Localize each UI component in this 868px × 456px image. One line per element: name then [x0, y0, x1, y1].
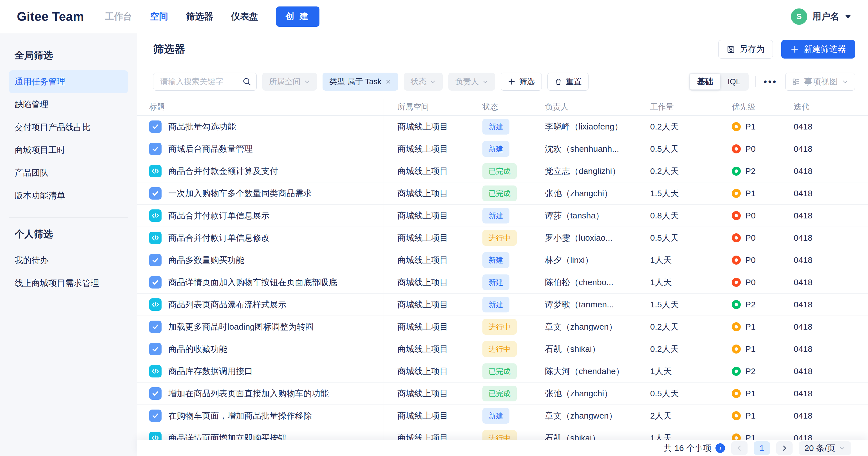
priority-ring-icon: [732, 122, 741, 131]
iteration-cell: 0418: [794, 294, 868, 315]
issue-type-icon: [149, 276, 161, 288]
status-cell: 已完成: [483, 360, 545, 382]
issue-title[interactable]: 商品的收藏功能: [168, 343, 227, 355]
view-switcher-button[interactable]: 事项视图: [785, 72, 855, 91]
mode-iql-tab[interactable]: IQL: [720, 74, 748, 90]
priority-label: P0: [745, 277, 756, 287]
table-row[interactable]: 商品批量勾选功能 商城线上项目 新建 李晓峰（lixiaofeng） 0.2人天…: [137, 116, 868, 138]
status-badge: 已完成: [483, 386, 517, 401]
sidebar-item[interactable]: 交付项目产品线占比: [9, 116, 128, 139]
reset-button[interactable]: 重置: [548, 72, 589, 91]
create-button[interactable]: 创 建: [276, 6, 319, 27]
filter-chip-status[interactable]: 状态: [404, 72, 443, 91]
iteration-cell: 0418: [794, 116, 868, 138]
issue-title[interactable]: 商品库存数据调用接口: [168, 366, 253, 377]
priority-ring-icon: [732, 255, 741, 265]
sidebar-item[interactable]: 商城项目工时: [9, 139, 128, 161]
priority-ring-icon: [732, 278, 741, 287]
app-logo[interactable]: Gitee Team: [17, 9, 84, 24]
avatar[interactable]: S: [791, 8, 807, 25]
board-view-icon: [792, 78, 800, 86]
issue-title[interactable]: 商品批量勾选功能: [168, 121, 236, 132]
status-cell: 进行中: [483, 316, 545, 338]
table-row[interactable]: 商品库存数据调用接口 商城线上项目 已完成 陈大河（chendahe） 1人天 …: [137, 360, 868, 383]
workload-cell: 0.2人天: [650, 116, 732, 138]
sidebar-item[interactable]: 线上商城项目需求管理: [9, 272, 128, 295]
table-row[interactable]: 商城后台商品数量管理 商城线上项目 新建 沈欢（shenhuanh... 0.5…: [137, 138, 868, 160]
search-icon[interactable]: [242, 77, 252, 86]
next-page-button[interactable]: [776, 442, 793, 455]
issue-title[interactable]: 增加在商品列表页面直接加入购物车的功能: [168, 388, 329, 399]
issue-type-icon: [149, 298, 161, 311]
priority-cell: P1: [732, 338, 794, 360]
check-icon: [151, 323, 160, 331]
issue-title[interactable]: 商品详情页面加入购物车按钮在页面底部吸底: [168, 277, 337, 288]
table-row[interactable]: 在购物车页面，增加商品批量操作移除 商城线上项目 新建 章文（zhangwen）…: [137, 405, 868, 427]
page-number[interactable]: 1: [754, 442, 770, 455]
add-filter-button[interactable]: 筛选: [501, 72, 542, 91]
chevron-down-icon: [839, 445, 845, 452]
nav-link[interactable]: 工作台: [105, 10, 132, 23]
table-row[interactable]: 商品多数量购买功能 商城线上项目 新建 林夕（linxi） 1人天 P0 041…: [137, 249, 868, 271]
info-icon[interactable]: i: [715, 443, 725, 453]
title-cell: 商品列表页商品瀑布流样式展示: [137, 294, 384, 315]
save-icon: [726, 45, 736, 54]
nav-link[interactable]: 空间: [150, 10, 168, 23]
status-badge: 已完成: [483, 363, 517, 379]
sidebar-item[interactable]: 我的待办: [9, 249, 128, 272]
save-as-button[interactable]: 另存为: [718, 40, 773, 59]
priority-cell: P2: [732, 294, 794, 315]
table-row[interactable]: 一次加入购物车多个数量同类商品需求 商城线上项目 已完成 张弛（zhangchi…: [137, 182, 868, 205]
table-row[interactable]: 加载更多商品时loading图标调整为转圈 商城线上项目 进行中 章文（zhan…: [137, 316, 868, 338]
issue-title[interactable]: 商品合并付款订单信息修改: [168, 232, 270, 244]
search-input[interactable]: [153, 72, 257, 91]
table-row[interactable]: 商品合并付款订单信息修改 商城线上项目 进行中 罗小雯（luoxiao... 0…: [137, 227, 868, 249]
chevron-down-icon: [845, 14, 851, 19]
page-size-select[interactable]: 20 条/页: [799, 442, 851, 455]
user-menu[interactable]: S 用户名: [791, 8, 851, 25]
issue-title[interactable]: 在购物车页面，增加商品批量操作移除: [168, 410, 312, 422]
workload-cell: 0.5人天: [650, 227, 732, 249]
filter-chip-type-task[interactable]: 类型 属于 Task: [322, 72, 398, 91]
check-icon: [151, 189, 160, 197]
new-filter-button[interactable]: 新建筛选器: [781, 40, 855, 59]
issue-title[interactable]: 商城后台商品数量管理: [168, 143, 253, 155]
title-cell: 商品批量勾选功能: [137, 116, 384, 138]
status-cell: 已完成: [483, 160, 545, 182]
priority-cell: P2: [732, 160, 794, 182]
table-row[interactable]: 商品的收藏功能 商城线上项目 进行中 石凯（shikai） 0.2人天 P1 0…: [137, 338, 868, 360]
priority-cell: P2: [732, 360, 794, 382]
priority-ring-icon: [732, 389, 741, 398]
table-row[interactable]: 商品列表页商品瀑布流样式展示 商城线上项目 新建 谭梦歌（tanmen... 1…: [137, 294, 868, 316]
filter-chip-assignee[interactable]: 负责人: [448, 72, 495, 91]
column-header-workload: 工作量: [650, 98, 732, 115]
issue-title[interactable]: 商品合并付款订单信息展示: [168, 210, 270, 221]
prev-page-button[interactable]: [731, 442, 748, 455]
issue-title[interactable]: 商品合并付款金额计算及支付: [168, 165, 278, 177]
sidebar-item[interactable]: 版本功能清单: [9, 184, 128, 207]
table-row[interactable]: 商品详情页面加入购物车按钮在页面底部吸底 商城线上项目 新建 陈伯松（chenb…: [137, 271, 868, 294]
issue-title[interactable]: 商品列表页商品瀑布流样式展示: [168, 299, 286, 310]
nav-link[interactable]: 仪表盘: [231, 10, 258, 23]
issue-title[interactable]: 一次加入购物车多个数量同类商品需求: [168, 188, 312, 199]
chevron-right-icon: [781, 445, 788, 452]
close-icon[interactable]: [385, 78, 392, 85]
priority-label: P2: [745, 366, 756, 376]
nav-link[interactable]: 筛选器: [186, 10, 213, 23]
assignee-cell: 石凯（shikai）: [545, 338, 650, 360]
mode-basic-tab[interactable]: 基础: [690, 74, 720, 90]
reset-label: 重置: [566, 76, 582, 87]
filter-chip-space[interactable]: 所属空间: [262, 72, 317, 91]
table-row[interactable]: 增加在商品列表页面直接加入购物车的功能 商城线上项目 已完成 张弛（zhangc…: [137, 383, 868, 405]
issue-title[interactable]: 商品多数量购买功能: [168, 254, 244, 266]
space-cell: 商城线上项目: [384, 294, 483, 315]
sidebar-item[interactable]: 通用任务管理: [9, 70, 128, 93]
sidebar-item[interactable]: 缺陷管理: [9, 93, 128, 116]
issue-title[interactable]: 加载更多商品时loading图标调整为转圈: [168, 321, 314, 333]
sidebar-item[interactable]: 产品团队: [9, 161, 128, 184]
table-row[interactable]: 商品合并付款订单信息展示 商城线上项目 新建 谭莎（tansha） 0.8人天 …: [137, 205, 868, 227]
priority-cell: P1: [732, 116, 794, 138]
more-actions-button[interactable]: •••: [763, 77, 778, 87]
table-row[interactable]: 商品合并付款金额计算及支付 商城线上项目 已完成 党立志（danglizhi） …: [137, 160, 868, 182]
space-cell: 商城线上项目: [384, 383, 483, 404]
